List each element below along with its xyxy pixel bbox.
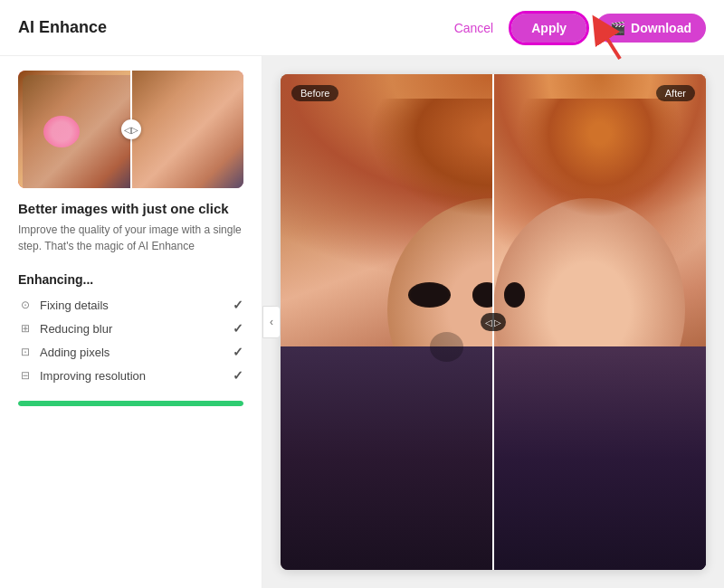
enhance-step-3: ⊡ Adding pixels ✓ bbox=[18, 345, 243, 359]
enhance-step-3-left: ⊡ Adding pixels bbox=[18, 345, 110, 359]
fixing-details-check: ✓ bbox=[233, 298, 243, 312]
cancel-button[interactable]: Cancel bbox=[445, 15, 503, 41]
enhance-step-2-left: ⊞ Reducing blur bbox=[18, 321, 112, 336]
comparison-container[interactable]: Before After ◁ ▷ bbox=[281, 74, 706, 570]
download-button[interactable]: 🎬 Download bbox=[595, 14, 706, 43]
enhancing-title: Enhancing... bbox=[18, 272, 243, 287]
left-panel: ◁▷ Better images with just one click Imp… bbox=[0, 56, 262, 588]
collapse-panel-button[interactable]: ‹ bbox=[262, 306, 281, 338]
reducing-blur-check: ✓ bbox=[233, 321, 243, 336]
panel-desc: Improve the quality of your image with a… bbox=[18, 222, 243, 254]
preview-after bbox=[131, 71, 244, 188]
adding-pixels-check: ✓ bbox=[233, 345, 243, 359]
after-label: After bbox=[656, 85, 695, 101]
comparison-handle[interactable]: ◁ ▷ bbox=[481, 313, 506, 331]
enhance-step-1: ⊙ Fixing details ✓ bbox=[18, 298, 243, 312]
fixing-details-icon: ⊙ bbox=[18, 298, 33, 312]
before-label: Before bbox=[291, 85, 338, 101]
improving-resolution-icon: ⊟ bbox=[18, 368, 33, 383]
page-title: AI Enhance bbox=[18, 18, 107, 37]
header-actions: Cancel Apply 🎬 Download bbox=[445, 14, 706, 43]
header: AI Enhance Cancel Apply 🎬 Download bbox=[0, 0, 724, 56]
reducing-blur-icon: ⊞ bbox=[18, 321, 33, 336]
enhance-step-1-left: ⊙ Fixing details bbox=[18, 298, 109, 312]
improving-resolution-label: Improving resolution bbox=[40, 369, 146, 383]
adding-pixels-icon: ⊡ bbox=[18, 345, 33, 359]
reducing-blur-label: Reducing blur bbox=[40, 322, 112, 336]
handle-left-arrow: ◁ bbox=[485, 318, 492, 327]
enhance-step-4: ⊟ Improving resolution ✓ bbox=[18, 368, 243, 383]
preview-image: ◁▷ bbox=[18, 71, 243, 188]
camera-icon: 🎬 bbox=[610, 21, 625, 35]
progress-bar-container bbox=[18, 401, 243, 406]
panel-title: Better images with just one click bbox=[18, 201, 243, 216]
enhance-step-2: ⊞ Reducing blur ✓ bbox=[18, 321, 243, 336]
enhance-step-4-left: ⊟ Improving resolution bbox=[18, 368, 146, 383]
adding-pixels-label: Adding pixels bbox=[40, 346, 110, 359]
right-panel: ‹ bbox=[262, 56, 724, 588]
preview-handle[interactable]: ◁▷ bbox=[121, 119, 141, 139]
improving-resolution-check: ✓ bbox=[233, 368, 243, 383]
handle-right-arrow: ▷ bbox=[494, 318, 501, 327]
fixing-details-label: Fixing details bbox=[40, 299, 109, 312]
progress-bar-fill bbox=[18, 401, 243, 406]
bubble-visual bbox=[43, 116, 80, 147]
main-content: ◁▷ Better images with just one click Imp… bbox=[0, 56, 724, 588]
apply-button[interactable]: Apply bbox=[511, 14, 586, 43]
after-image bbox=[493, 74, 706, 570]
